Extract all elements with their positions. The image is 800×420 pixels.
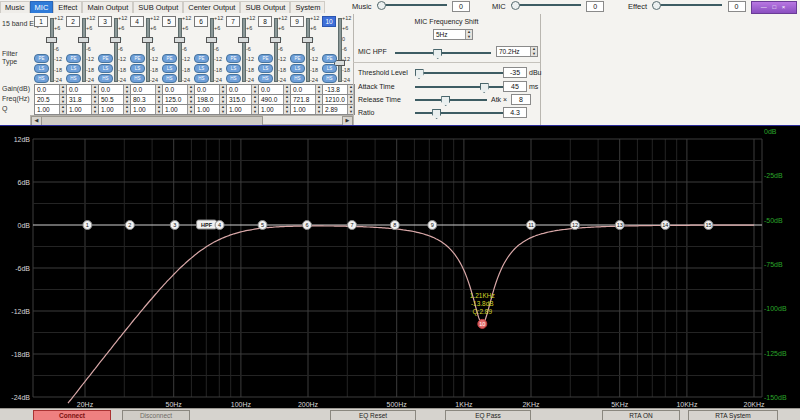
spinner-arrows-icon[interactable]: ▲▼ — [91, 105, 98, 114]
filter-type-button-pe[interactable]: PE — [290, 54, 305, 63]
threshold-level-slider-thumb[interactable] — [415, 69, 424, 79]
eq-reset-button[interactable]: EQ Reset — [330, 410, 416, 420]
spinner-arrows-icon[interactable]: ▲▼ — [155, 85, 162, 94]
spinner-arrows-icon[interactable]: ▲▼ — [251, 85, 258, 94]
spinner-arrows-icon[interactable]: ▲▼ — [283, 85, 290, 94]
band-9-slider-thumb[interactable] — [302, 37, 313, 43]
filter-type-button-ls[interactable]: LS — [34, 64, 49, 73]
threshold-level-slider[interactable] — [415, 72, 503, 74]
spinner-arrows-icon[interactable]: ▲▼ — [59, 95, 66, 104]
attack-time-slider[interactable] — [415, 86, 503, 88]
filter-type-button-hs[interactable]: HS — [194, 74, 209, 83]
spinner-arrows-icon[interactable]: ▲▼ — [219, 85, 226, 94]
attack-time-slider-thumb[interactable] — [480, 83, 489, 93]
spinner-arrows-icon[interactable]: ▲▼ — [283, 95, 290, 104]
band-8-q-spinner[interactable]: 1.00 ▲▼ — [258, 104, 291, 115]
ratio-slider-thumb[interactable] — [432, 109, 441, 119]
spinner-arrows-icon[interactable]: ▲▼ — [530, 47, 537, 56]
band-9-select-button[interactable]: 9 — [290, 16, 304, 27]
filter-type-button-hs[interactable]: HS — [98, 74, 113, 83]
band-2-slider-thumb[interactable] — [78, 37, 89, 43]
spinner-arrows-icon[interactable]: ▲▼ — [283, 105, 290, 114]
filter-type-button-ls[interactable]: LS — [130, 64, 145, 73]
filter-type-button-pe[interactable]: PE — [322, 54, 337, 63]
spinner-arrows-icon[interactable]: ▲▼ — [187, 85, 194, 94]
eq-scrollbar[interactable]: ◀ ▶ — [30, 115, 354, 125]
band-3-select-button[interactable]: 3 — [98, 16, 112, 27]
filter-type-button-ls[interactable]: LS — [258, 64, 273, 73]
band-8-select-button[interactable]: 8 — [258, 16, 272, 27]
mic-frequency-shift-spinner[interactable]: 5Hz ▲▼ — [433, 29, 473, 40]
filter-type-button-hs[interactable]: HS — [226, 74, 241, 83]
rta-on-button[interactable]: RTA ON — [602, 410, 680, 420]
filter-type-button-hs[interactable]: HS — [66, 74, 81, 83]
eq-pass-button[interactable]: EQ Pass — [445, 410, 531, 420]
spinner-arrows-icon[interactable]: ▲▼ — [187, 95, 194, 104]
spinner-arrows-icon[interactable]: ▲▼ — [315, 105, 322, 114]
spinner-arrows-icon[interactable]: ▲▼ — [91, 95, 98, 104]
spinner-arrows-icon[interactable]: ▲▼ — [251, 95, 258, 104]
disconnect-button[interactable]: Disconnect — [122, 410, 190, 420]
release-time-slider[interactable] — [415, 99, 487, 101]
filter-type-button-ls[interactable]: LS — [98, 64, 113, 73]
band-6-q-spinner[interactable]: 1.00 ▲▼ — [194, 104, 227, 115]
menu-tab-music[interactable]: Music — [0, 1, 30, 13]
mic-hpf-spinner[interactable]: 70.2Hz ▲▼ — [496, 46, 538, 57]
band-10-select-button[interactable]: 10 — [322, 16, 336, 27]
filter-type-button-pe[interactable]: PE — [130, 54, 145, 63]
filter-type-button-pe[interactable]: PE — [66, 54, 81, 63]
mic-level-slider[interactable] — [511, 4, 581, 6]
band-4-select-button[interactable]: 4 — [130, 16, 144, 27]
menu-tab-effect[interactable]: Effect — [53, 1, 82, 13]
menu-tab-system[interactable]: System — [290, 1, 325, 13]
band-1-select-button[interactable]: 1 — [34, 16, 48, 27]
filter-type-button-pe[interactable]: PE — [98, 54, 113, 63]
mic-level-value[interactable]: 0 — [586, 1, 604, 12]
filter-type-button-hs[interactable]: HS — [130, 74, 145, 83]
band-1-q-spinner[interactable]: 1.00 ▲▼ — [34, 104, 67, 115]
threshold-level-value[interactable]: -35 — [503, 67, 527, 78]
filter-type-button-pe[interactable]: PE — [226, 54, 241, 63]
rta-system-button[interactable]: RTA System — [688, 410, 778, 420]
filter-type-button-ls[interactable]: LS — [322, 64, 337, 73]
band-5-select-button[interactable]: 5 — [162, 16, 176, 27]
spinner-arrows-icon[interactable]: ▲▼ — [91, 85, 98, 94]
filter-type-button-ls[interactable]: LS — [66, 64, 81, 73]
filter-type-button-ls[interactable]: LS — [226, 64, 241, 73]
band-2-q-spinner[interactable]: 1.00 ▲▼ — [66, 104, 99, 115]
effect-level-slider[interactable] — [652, 4, 722, 6]
spinner-arrows-icon[interactable]: ▲▼ — [123, 105, 130, 114]
spinner-arrows-icon[interactable]: ▲▼ — [59, 105, 66, 114]
spinner-arrows-icon[interactable]: ▲▼ — [155, 95, 162, 104]
spinner-arrows-icon[interactable]: ▲▼ — [155, 105, 162, 114]
music-slider-thumb[interactable] — [377, 1, 386, 10]
band-6-select-button[interactable]: 6 — [194, 16, 208, 27]
spinner-arrows-icon[interactable]: ▲▼ — [251, 105, 258, 114]
filter-type-button-ls[interactable]: LS — [194, 64, 209, 73]
band-6-slider-thumb[interactable] — [206, 37, 217, 43]
band-3-slider-thumb[interactable] — [110, 37, 121, 43]
spinner-arrows-icon[interactable]: ▲▼ — [59, 85, 66, 94]
menu-tab-center-output[interactable]: Center Output — [183, 1, 240, 13]
connect-button[interactable]: Connect — [33, 410, 111, 420]
filter-type-button-ls[interactable]: LS — [162, 64, 177, 73]
effect-level-value[interactable]: 0 — [728, 1, 746, 12]
effect-slider-thumb[interactable] — [652, 1, 661, 10]
filter-type-button-pe[interactable]: PE — [258, 54, 273, 63]
band-7-slider-thumb[interactable] — [238, 37, 249, 43]
release-time-value[interactable]: 8 — [511, 94, 531, 105]
music-level-slider[interactable] — [377, 4, 447, 6]
spinner-arrows-icon[interactable]: ▲▼ — [123, 85, 130, 94]
menu-tab-main-output[interactable]: Main Output — [82, 1, 133, 13]
band-5-q-spinner[interactable]: 1.00 ▲▼ — [162, 104, 195, 115]
menu-tab-sub-output[interactable]: SUB Output — [240, 1, 290, 13]
spinner-arrows-icon[interactable]: ▲▼ — [187, 105, 194, 114]
filter-type-button-hs[interactable]: HS — [162, 74, 177, 83]
band-4-q-spinner[interactable]: 1.00 ▲▼ — [130, 104, 163, 115]
band-3-q-spinner[interactable]: 1.00 ▲▼ — [98, 104, 131, 115]
filter-type-button-pe[interactable]: PE — [194, 54, 209, 63]
filter-type-button-ls[interactable]: LS — [290, 64, 305, 73]
release-time-slider-thumb[interactable] — [441, 96, 450, 106]
filter-type-button-hs[interactable]: HS — [322, 74, 337, 83]
band-7-select-button[interactable]: 7 — [226, 16, 240, 27]
